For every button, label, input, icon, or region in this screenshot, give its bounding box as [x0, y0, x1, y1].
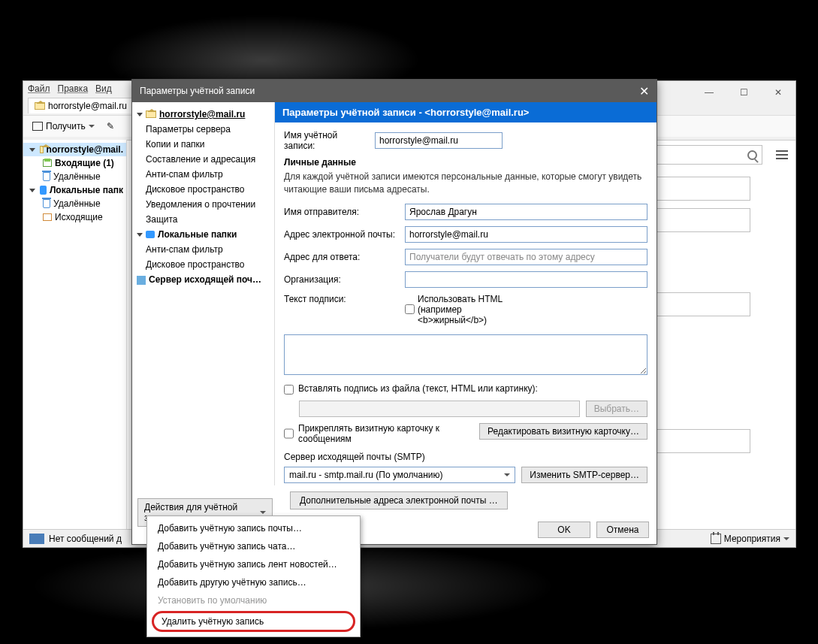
tree-server-params[interactable]: Параметры сервера	[135, 122, 271, 137]
content-placeholder	[653, 429, 750, 453]
server-icon	[137, 276, 146, 285]
events-button[interactable]: Мероприятия	[711, 534, 789, 544]
browse-button[interactable]: Выбрать…	[586, 401, 647, 417]
status-text: Нет сообщений д	[49, 534, 122, 544]
tree-smtp[interactable]: Сервер исходящей поч…	[135, 272, 271, 287]
ok-button[interactable]: OK	[538, 522, 590, 538]
tree-local-antispam[interactable]: Анти-спам фильтр	[135, 242, 271, 257]
settings-tree: horrorstyle@mail.ru Параметры сервера Ко…	[132, 102, 275, 485]
smtp-select[interactable]: mail.ru - smtp.mail.ru (По умолчанию)	[284, 467, 515, 483]
tree-composition[interactable]: Составление и адресация	[135, 152, 271, 167]
maximize-button[interactable]: ☐	[726, 81, 761, 104]
email-label: Адрес электронной почты:	[284, 229, 400, 240]
content-placeholder	[653, 208, 750, 232]
tree-deleted[interactable]: Удалённые	[23, 170, 126, 183]
org-input[interactable]	[405, 271, 647, 288]
menu-add-other[interactable]: Добавить другую учётную запись…	[147, 573, 360, 591]
trash-icon	[43, 199, 50, 208]
tree-antispam[interactable]: Анти-спам фильтр	[135, 167, 271, 182]
signature-textarea[interactable]	[284, 334, 647, 375]
tree-inbox[interactable]: Входящие (1)	[23, 156, 126, 170]
window-controls: — ☐ ✕	[692, 81, 795, 104]
personal-data-desc: Для каждой учётной записи имеются персон…	[284, 171, 647, 196]
minimize-button[interactable]: —	[692, 81, 726, 104]
search-icon	[747, 150, 757, 160]
mail-icon	[40, 146, 44, 153]
menu-delete-account[interactable]: Удалить учётную запись	[152, 611, 355, 632]
email-input[interactable]	[405, 226, 647, 243]
account-settings-dialog: Параметры учётной записи ✕ horrorstyle@m…	[131, 79, 657, 545]
mail-icon	[35, 102, 45, 110]
content-placeholder	[653, 177, 750, 201]
menu-edit[interactable]: Правка	[58, 83, 89, 94]
tab-account[interactable]: horrorstyle@mail.ru	[28, 98, 134, 113]
calendar-icon	[711, 534, 721, 544]
attach-vcard-checkbox[interactable]: Прикреплять визитную карточку к сообщени…	[284, 423, 449, 444]
tree-local-disk[interactable]: Дисковое пространство	[135, 257, 271, 272]
content-placeholder	[653, 292, 750, 316]
tree-local-folders[interactable]: Локальные папк	[23, 183, 126, 197]
menu-add-chat[interactable]: Добавить учётную запись чата…	[147, 537, 360, 555]
chevron-down-icon	[260, 511, 266, 514]
additional-addresses-button[interactable]: Дополнительные адреса электронной почты …	[290, 491, 508, 509]
trash-icon	[43, 172, 50, 181]
mail-icon	[146, 110, 156, 118]
menu-view[interactable]: Вид	[95, 83, 112, 94]
menu-add-feed[interactable]: Добавить учётную запись лент новостей…	[147, 555, 360, 573]
tree-account[interactable]: horrorstyle@mail.	[23, 143, 126, 156]
tree-local-folders[interactable]: Локальные папки	[135, 227, 271, 242]
get-mail-button[interactable]: Получить	[28, 119, 99, 134]
chevron-down-icon	[783, 537, 789, 540]
tree-security[interactable]: Защита	[135, 212, 271, 227]
status-icon	[29, 534, 44, 544]
menu-button[interactable]	[776, 150, 788, 159]
dialog-close-button[interactable]: ✕	[639, 84, 649, 98]
chevron-down-icon	[89, 125, 95, 128]
signature-file-input	[299, 401, 580, 417]
account-actions-menu: Добавить учётную запись почты… Добавить …	[146, 516, 361, 637]
dialog-title-text: Параметры учётной записи	[140, 86, 255, 96]
menu-file[interactable]: Файл	[28, 83, 50, 94]
panel-header: Параметры учётной записи - <horrorstyle@…	[275, 102, 657, 122]
signature-label: Текст подписи:	[284, 294, 400, 304]
outbox-icon	[43, 213, 52, 221]
sender-name-label: Имя отправителя:	[284, 207, 400, 217]
close-button[interactable]: ✕	[761, 81, 795, 104]
tab-label: horrorstyle@mail.ru	[48, 101, 127, 111]
account-name-input[interactable]	[375, 132, 503, 149]
org-label: Организация:	[284, 274, 400, 285]
reply-label: Адрес для ответа:	[284, 252, 400, 262]
tree-account-root[interactable]: horrorstyle@mail.ru	[135, 107, 271, 122]
smtp-label: Сервер исходящей почты (SMTP)	[284, 452, 647, 462]
insert-from-file-checkbox[interactable]	[284, 385, 294, 395]
menu-add-mail[interactable]: Добавить учётную запись почты…	[147, 519, 360, 537]
tree-receipts[interactable]: Уведомления о прочтении	[135, 197, 271, 212]
dialog-titlebar: Параметры учётной записи ✕	[132, 80, 657, 102]
edit-vcard-button[interactable]: Редактировать визитную карточку…	[479, 423, 647, 440]
tree-disk[interactable]: Дисковое пространство	[135, 182, 271, 197]
tree-outgoing[interactable]: Исходящие	[23, 210, 126, 224]
chevron-down-icon	[504, 473, 510, 476]
download-icon	[32, 122, 43, 131]
personal-data-heading: Личные данные	[284, 157, 647, 168]
menu-set-default: Установить по умолчанию	[147, 591, 360, 609]
folder-tree: horrorstyle@mail. Входящие (1) Удалённые…	[23, 140, 127, 529]
cancel-button[interactable]: Отмена	[596, 522, 649, 538]
reply-input[interactable]	[405, 249, 647, 265]
insert-from-file-label: Вставлять подпись из файла (текст, HTML …	[298, 383, 538, 394]
use-html-checkbox[interactable]: Использовать HTML (например <b>жирный</b…	[405, 294, 521, 325]
tree-deleted-local[interactable]: Удалённые	[23, 197, 126, 210]
account-name-label: Имя учётной записи:	[284, 130, 370, 151]
sender-name-input[interactable]	[405, 204, 647, 220]
folder-icon	[146, 231, 155, 238]
edit-smtp-button[interactable]: Изменить SMTP-сервер…	[521, 467, 647, 483]
inbox-icon	[43, 159, 52, 167]
settings-panel: Параметры учётной записи - <horrorstyle@…	[275, 102, 657, 485]
folder-icon	[40, 186, 47, 195]
tree-copies[interactable]: Копии и папки	[135, 137, 271, 152]
write-icon[interactable]: ✎	[107, 121, 117, 132]
